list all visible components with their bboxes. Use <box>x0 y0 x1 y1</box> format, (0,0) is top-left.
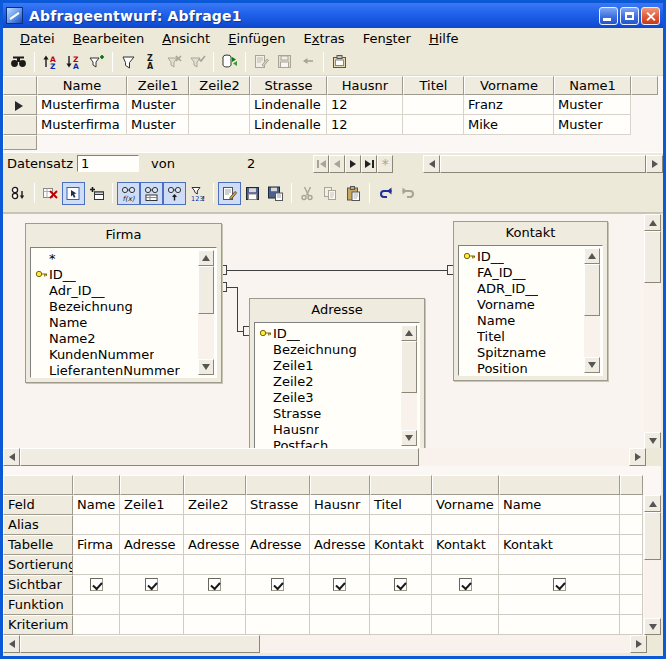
tabelle-cell[interactable]: Adresse <box>246 535 310 555</box>
scroll-thumb[interactable] <box>401 341 417 393</box>
scroll-right-button[interactable] <box>646 155 663 173</box>
sortierung-cell[interactable] <box>184 555 246 575</box>
tabelle-cell[interactable]: Kontakt <box>499 535 620 555</box>
tabelle-cell[interactable]: Firma <box>73 535 120 555</box>
funktion-cell[interactable] <box>310 595 370 615</box>
sichtbar-checkbox[interactable] <box>333 578 346 591</box>
table-box-firma[interactable]: Firma * ID__ Adr_ID__ Bezeichnung Name N… <box>25 223 222 383</box>
field-row[interactable]: Name <box>463 312 602 328</box>
field-row[interactable]: Hausnr <box>259 421 419 437</box>
paste-button[interactable] <box>342 182 365 205</box>
menu-extras[interactable]: Extras <box>295 30 354 47</box>
column-header-hausnr[interactable]: Hausnr <box>327 76 403 95</box>
funktion-cell[interactable] <box>184 595 246 615</box>
cell[interactable] <box>189 115 250 135</box>
close-button[interactable] <box>641 7 660 25</box>
feld-cell[interactable]: Name <box>499 495 620 515</box>
sichtbar-checkbox[interactable] <box>271 578 284 591</box>
field-row[interactable]: ADR_ID__ <box>463 280 602 296</box>
sortierung-cell[interactable] <box>432 555 499 575</box>
field-list-scrollbar[interactable] <box>198 250 214 375</box>
criteria-horizontal-scrollbar[interactable] <box>3 635 663 653</box>
cell[interactable]: Musterfirma <box>37 95 127 115</box>
column-header-name1[interactable]: Name1 <box>554 76 631 95</box>
last-record-button[interactable] <box>361 155 377 173</box>
kriterium-cell[interactable] <box>310 615 370 635</box>
record-position-input[interactable] <box>77 155 139 172</box>
scroll-right-button[interactable] <box>629 448 646 466</box>
cell[interactable]: Muster <box>127 95 189 115</box>
redo-button[interactable] <box>397 182 420 205</box>
minimize-button[interactable] <box>599 7 618 25</box>
tabelle-cell[interactable]: Adresse <box>184 535 246 555</box>
sortierung-cell[interactable] <box>120 555 184 575</box>
tabelle-cell[interactable]: Kontakt <box>370 535 432 555</box>
column-header-zeile1[interactable]: Zeile1 <box>127 76 189 95</box>
kriterium-cell[interactable] <box>432 615 499 635</box>
table-name-toggle-button[interactable] <box>140 182 163 205</box>
row-selector[interactable] <box>3 115 37 135</box>
alias-cell[interactable] <box>432 515 499 535</box>
cell[interactable] <box>189 95 250 115</box>
find-record-button[interactable] <box>7 50 30 73</box>
criteria-column-header[interactable] <box>499 475 620 495</box>
titlebar[interactable]: Abfrageentwurf: Abfrage1 <box>3 3 663 28</box>
table-box-kontakt[interactable]: Kontakt ID__ FA_ID__ ADR_ID__ Vorname Na… <box>453 221 608 381</box>
save-button[interactable] <box>241 182 264 205</box>
scroll-track[interactable] <box>419 448 629 466</box>
sichtbar-cell[interactable] <box>620 575 643 595</box>
funktion-cell[interactable] <box>620 595 643 615</box>
cell[interactable]: 12 <box>327 95 403 115</box>
sichtbar-checkbox[interactable] <box>208 578 221 591</box>
row-selector[interactable] <box>3 95 37 115</box>
edit-button[interactable] <box>218 182 241 205</box>
alias-toggle-button[interactable] <box>163 182 186 205</box>
kriterium-cell[interactable] <box>184 615 246 635</box>
cell[interactable]: Lindenalle <box>250 95 327 115</box>
field-row[interactable]: ID__ <box>259 325 419 341</box>
undo-button[interactable] <box>374 182 397 205</box>
run-query-button[interactable] <box>7 182 30 205</box>
field-row[interactable]: Zeile1 <box>259 357 419 373</box>
cut-button[interactable] <box>296 182 319 205</box>
feld-cell[interactable]: Zeile2 <box>184 495 246 515</box>
cell[interactable]: Lindenalle <box>250 115 327 135</box>
funktion-cell[interactable] <box>432 595 499 615</box>
funktion-cell[interactable] <box>370 595 432 615</box>
alias-cell[interactable] <box>73 515 120 535</box>
next-record-button[interactable] <box>345 155 361 173</box>
kriterium-cell[interactable] <box>73 615 120 635</box>
cell[interactable]: 12 <box>327 115 403 135</box>
field-row[interactable]: Zeile2 <box>259 373 419 389</box>
cell[interactable]: Muster <box>554 115 631 135</box>
menu-datei[interactable]: Datei <box>11 30 64 47</box>
criteria-column-header[interactable] <box>184 475 246 495</box>
autofilter-button[interactable] <box>85 50 108 73</box>
scroll-thumb[interactable] <box>584 264 600 316</box>
criteria-column-header[interactable] <box>620 475 643 495</box>
field-row[interactable]: * <box>35 250 216 266</box>
cell[interactable] <box>403 115 464 135</box>
cell[interactable]: Muster <box>554 95 631 115</box>
field-row[interactable]: Postfach <box>259 437 419 448</box>
kriterium-cell[interactable] <box>370 615 432 635</box>
funktion-cell[interactable] <box>73 595 120 615</box>
table-title[interactable]: Firma <box>26 224 221 246</box>
field-row[interactable]: Strasse <box>259 405 419 421</box>
previous-record-button[interactable] <box>329 155 345 173</box>
column-header-strasse[interactable]: Strasse <box>250 76 327 95</box>
column-header-vorname[interactable]: Vorname <box>464 76 554 95</box>
join-line-firma-kontakt[interactable] <box>227 270 448 271</box>
results-horizontal-scrollbar[interactable] <box>423 155 663 173</box>
kriterium-cell[interactable] <box>120 615 184 635</box>
save-record-button[interactable] <box>273 50 296 73</box>
sichtbar-checkbox[interactable] <box>553 578 566 591</box>
design-view-toggle-button[interactable] <box>62 182 85 205</box>
feld-cell[interactable]: Strasse <box>246 495 310 515</box>
sortierung-cell[interactable] <box>73 555 120 575</box>
scroll-thumb[interactable] <box>644 512 661 560</box>
menu-bearbeiten[interactable]: Bearbeiten <box>64 30 153 47</box>
scroll-left-button[interactable] <box>3 448 20 466</box>
field-row[interactable]: Zeile3 <box>259 389 419 405</box>
criteria-column-header[interactable] <box>246 475 310 495</box>
